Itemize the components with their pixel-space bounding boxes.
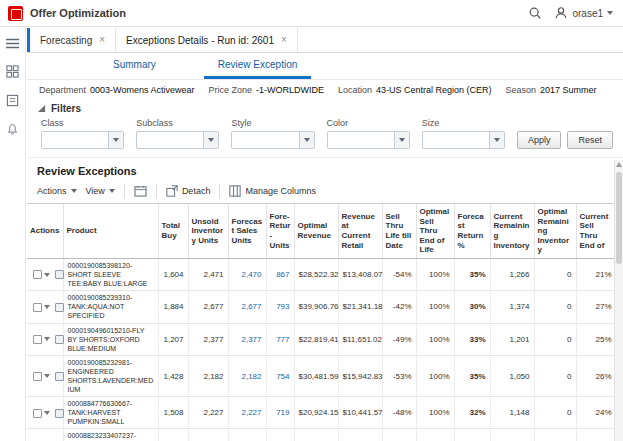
column-header-current_sell_thru_end_of_life[interactable]: Current Sell Thru End of [576, 204, 616, 258]
row-select-menu[interactable] [33, 334, 50, 343]
toolbar-separator [124, 184, 125, 198]
row-select-menu[interactable] [33, 408, 50, 417]
actions-label: Actions [37, 186, 67, 196]
column-header-forecast_sales_units[interactable]: Forecast Sales Units [228, 204, 266, 258]
tab-summary[interactable]: Summary [99, 54, 170, 79]
table-row[interactable]: 0000190496015210-FLY BY SHORTS:OXFORD BL… [27, 323, 616, 355]
color-dropdown[interactable] [327, 131, 410, 149]
column-header-optimal_revenue[interactable]: Optimal Revenue [294, 204, 338, 258]
tab-forecasting[interactable]: Forecasting × [30, 28, 116, 52]
close-icon[interactable]: × [281, 35, 287, 45]
cell-product: 0000190496015210-FLY BY SHORTS:OXFORD BL… [63, 323, 158, 355]
context-value: 2017 Summer [540, 85, 597, 95]
cell-revenue_at_current_retail: $15,942.83 [338, 355, 382, 396]
cell-forecast_return_units[interactable]: 777 [266, 323, 294, 355]
cell-forecast_return_pct: 32% [454, 397, 490, 429]
search-icon[interactable] [528, 6, 542, 20]
calendar-icon[interactable] [134, 185, 147, 197]
left-sidebar [0, 28, 26, 441]
cell-optimal_sell_thru_end_of_life: 100% [416, 355, 454, 396]
column-header-optimal_sell_thru_end_of_life[interactable]: Optimal Sell Thru End of Life [416, 204, 454, 258]
chevron-down-icon[interactable] [299, 132, 314, 148]
cell-forecast_return_units[interactable]: 754 [266, 355, 294, 396]
row-edit-icon[interactable] [55, 303, 64, 312]
hamburger-menu-icon[interactable] [6, 38, 19, 49]
column-header-product[interactable]: Product [63, 204, 158, 258]
cell-forecast_return_pct: 33% [454, 323, 490, 355]
cell-forecast_return_units[interactable]: 708 [266, 429, 294, 441]
app-title: Offer Optimization [30, 7, 126, 19]
column-header-unsold_inventory_units[interactable]: Unsold Inventory Units [188, 204, 228, 258]
cell-forecast_sales_units[interactable]: 2,470 [228, 258, 266, 290]
document-tab-bar: Forecasting × Exceptions Details - Run i… [27, 28, 623, 53]
column-header-forecast_return_units[interactable]: Fore- Retur- Units [266, 204, 294, 258]
column-header-current_remaining_inventory[interactable]: Current Remaining Inventory [490, 204, 534, 258]
table-row[interactable]: 00008823233407237-RACER CROP PANT:BLUE:S… [27, 429, 616, 441]
cell-optimal_revenue: $22,819.41 [294, 323, 338, 355]
checkbox-icon [33, 303, 42, 312]
cell-unsold_inventory_units: 2,227 [188, 397, 228, 429]
notifications-bell-icon[interactable] [6, 123, 19, 136]
tab-review-exception[interactable]: Review Exception [204, 54, 311, 79]
vertical-scrollbar[interactable] [614, 160, 623, 441]
cell-forecast_return_units[interactable]: 793 [266, 291, 294, 323]
size-dropdown[interactable] [422, 131, 505, 149]
row-select-menu[interactable] [33, 371, 50, 380]
tab-exceptions-details[interactable]: Exceptions Details - Run id: 2601 × [116, 28, 298, 52]
actions-menu-button[interactable]: Actions [37, 186, 77, 196]
dashboard-grid-icon[interactable] [6, 65, 19, 78]
tasks-icon[interactable] [6, 94, 19, 107]
cell-current_sell_thru_end_of_life: 27% [576, 291, 616, 323]
detach-button[interactable]: Detach [166, 185, 211, 197]
column-header-optimal_remaining_inventory[interactable]: Optimal Remaining Inventory [534, 204, 576, 258]
collapse-triangle-icon[interactable] [37, 104, 46, 113]
column-header-actions[interactable]: Actions [27, 204, 63, 258]
filter-label: Color [327, 118, 410, 128]
cell-forecast_sales_units[interactable]: 2,227 [228, 397, 266, 429]
table-row[interactable]: 0000884776630667-TANK:HARVEST PUMPKIN:SM… [27, 397, 616, 429]
cell-forecast_return_units[interactable]: 867 [266, 258, 294, 290]
cell-revenue_at_current_retail: $13,408.07 [338, 258, 382, 290]
filter-label: Size [422, 118, 505, 128]
cell-forecast_sales_units[interactable]: 2,377 [228, 323, 266, 355]
chevron-down-icon[interactable] [108, 132, 123, 148]
cell-unsold_inventory_units: 2,377 [188, 323, 228, 355]
chevron-down-icon [109, 189, 115, 193]
class-dropdown[interactable] [41, 131, 124, 149]
scroll-up-arrow[interactable] [616, 162, 622, 167]
chevron-down-icon[interactable] [394, 132, 409, 148]
row-edit-icon[interactable] [55, 372, 64, 381]
cell-current_remaining_inventory: 1,148 [490, 397, 534, 429]
table-row[interactable]: 0000190085232981-ENGINEERED SHORTS:LAVEN… [27, 355, 616, 396]
view-menu-button[interactable]: View [86, 186, 115, 196]
subclass-dropdown[interactable] [136, 131, 219, 149]
user-menu[interactable]: orase1 [554, 6, 613, 20]
table-row[interactable]: 0000190085239310-TANK:AQUA:NOT SPECIFIED… [27, 291, 616, 323]
cell-forecast_return_pct: 30% [454, 291, 490, 323]
cell-revenue_at_current_retail: $11,651.02 [338, 323, 382, 355]
column-header-sell_thru_life_till_date[interactable]: Sell Thru Life till Date [382, 204, 416, 258]
chevron-down-icon[interactable] [203, 132, 218, 148]
cell-forecast_sales_units[interactable]: 2,677 [228, 291, 266, 323]
cell-revenue_at_current_retail: $21,341.18 [338, 291, 382, 323]
manage-columns-button[interactable]: Manage Columns [229, 185, 316, 197]
column-header-forecast_return_pct[interactable]: Forecast Return % [454, 204, 490, 258]
row-select-menu[interactable] [33, 270, 50, 279]
row-edit-icon[interactable] [55, 409, 64, 418]
chevron-down-icon [44, 374, 50, 378]
reset-button[interactable]: Reset [567, 131, 613, 149]
column-header-revenue_at_current_retail[interactable]: Revenue at Current Retail [338, 204, 382, 258]
chevron-down-icon[interactable] [489, 132, 504, 148]
row-edit-icon[interactable] [55, 270, 64, 279]
scrollbar-thumb[interactable] [616, 172, 622, 264]
close-icon[interactable]: × [99, 35, 105, 45]
row-edit-icon[interactable] [55, 335, 64, 344]
table-row[interactable]: 0000190085398120-SHORT SLEEVE TEE:BABY B… [27, 258, 616, 290]
apply-button[interactable]: Apply [517, 131, 562, 149]
row-select-menu[interactable] [33, 302, 50, 311]
style-dropdown[interactable] [231, 131, 314, 149]
cell-forecast_sales_units[interactable]: 2,179 [228, 429, 266, 441]
column-header-total_buy[interactable]: Total Buy [158, 204, 188, 258]
cell-forecast_return_units[interactable]: 719 [266, 397, 294, 429]
cell-forecast_sales_units[interactable]: 2,182 [228, 355, 266, 396]
